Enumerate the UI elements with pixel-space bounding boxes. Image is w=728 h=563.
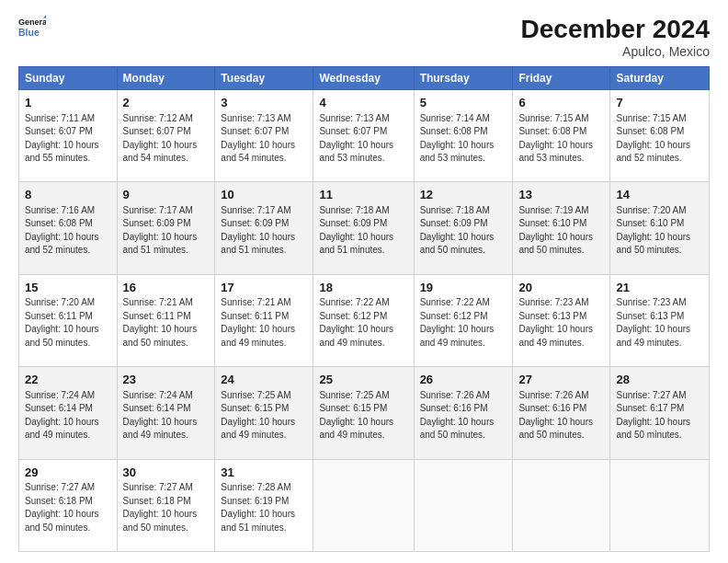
col-sunday: Sunday: [19, 67, 118, 90]
day-info: Sunrise: 7:12 AMSunset: 6:07 PMDaylight:…: [123, 113, 198, 164]
day-info: Sunrise: 7:15 AMSunset: 6:08 PMDaylight:…: [518, 113, 593, 164]
svg-text:General: General: [18, 17, 46, 27]
calendar-cell: 24Sunrise: 7:25 AMSunset: 6:15 PMDayligh…: [215, 367, 313, 459]
day-number: 30: [123, 465, 210, 481]
day-info: Sunrise: 7:14 AMSunset: 6:08 PMDaylight:…: [420, 113, 495, 164]
calendar-cell: [513, 459, 610, 551]
day-number: 19: [420, 280, 507, 296]
calendar-cell: 18Sunrise: 7:22 AMSunset: 6:12 PMDayligh…: [313, 274, 414, 366]
title-block: December 2024 Apulco, Mexico: [521, 15, 710, 59]
col-thursday: Thursday: [414, 67, 513, 90]
calendar-header-row: Sunday Monday Tuesday Wednesday Thursday…: [19, 67, 710, 90]
calendar-cell: 25Sunrise: 7:25 AMSunset: 6:15 PMDayligh…: [313, 367, 414, 459]
svg-marker-2: [43, 15, 46, 18]
day-info: Sunrise: 7:19 AMSunset: 6:10 PMDaylight:…: [518, 205, 593, 256]
calendar-cell: 30Sunrise: 7:27 AMSunset: 6:18 PMDayligh…: [117, 459, 215, 551]
day-number: 2: [123, 95, 210, 111]
col-saturday: Saturday: [610, 67, 710, 90]
calendar-cell: 13Sunrise: 7:19 AMSunset: 6:10 PMDayligh…: [513, 182, 610, 274]
calendar-cell: 31Sunrise: 7:28 AMSunset: 6:19 PMDayligh…: [215, 459, 313, 551]
day-number: 14: [616, 187, 703, 203]
day-number: 31: [221, 465, 307, 481]
calendar-cell: 27Sunrise: 7:26 AMSunset: 6:16 PMDayligh…: [513, 367, 610, 459]
calendar-cell: 11Sunrise: 7:18 AMSunset: 6:09 PMDayligh…: [313, 182, 414, 274]
day-number: 11: [319, 187, 407, 203]
calendar-cell: 3Sunrise: 7:13 AMSunset: 6:07 PMDaylight…: [215, 90, 313, 182]
day-info: Sunrise: 7:18 AMSunset: 6:09 PMDaylight:…: [420, 205, 495, 256]
header: General Blue December 2024 Apulco, Mexic…: [18, 15, 710, 59]
col-friday: Friday: [513, 67, 610, 90]
day-number: 24: [221, 372, 307, 388]
calendar-cell: 14Sunrise: 7:20 AMSunset: 6:10 PMDayligh…: [610, 182, 710, 274]
day-number: 22: [25, 372, 111, 388]
calendar-week-row: 29Sunrise: 7:27 AMSunset: 6:18 PMDayligh…: [19, 459, 710, 551]
day-info: Sunrise: 7:18 AMSunset: 6:09 PMDaylight:…: [319, 205, 393, 256]
day-info: Sunrise: 7:26 AMSunset: 6:16 PMDaylight:…: [518, 390, 593, 441]
day-number: 28: [616, 372, 703, 388]
page: General Blue December 2024 Apulco, Mexic…: [0, 0, 728, 563]
calendar-cell: 28Sunrise: 7:27 AMSunset: 6:17 PMDayligh…: [610, 367, 710, 459]
day-number: 9: [123, 187, 210, 203]
day-info: Sunrise: 7:24 AMSunset: 6:14 PMDaylight:…: [25, 390, 99, 441]
calendar-cell: 17Sunrise: 7:21 AMSunset: 6:11 PMDayligh…: [215, 274, 313, 366]
calendar-cell: 12Sunrise: 7:18 AMSunset: 6:09 PMDayligh…: [414, 182, 513, 274]
calendar-table: Sunday Monday Tuesday Wednesday Thursday…: [18, 66, 710, 552]
calendar-cell: 4Sunrise: 7:13 AMSunset: 6:07 PMDaylight…: [313, 90, 414, 182]
calendar-cell: [414, 459, 513, 551]
day-number: 26: [420, 372, 507, 388]
day-number: 13: [518, 187, 604, 203]
calendar-cell: 9Sunrise: 7:17 AMSunset: 6:09 PMDaylight…: [117, 182, 215, 274]
day-number: 1: [25, 95, 111, 111]
svg-text:Blue: Blue: [18, 27, 40, 38]
day-info: Sunrise: 7:24 AMSunset: 6:14 PMDaylight:…: [123, 390, 198, 441]
day-number: 4: [319, 95, 407, 111]
day-info: Sunrise: 7:23 AMSunset: 6:13 PMDaylight:…: [616, 297, 690, 348]
calendar-cell: 23Sunrise: 7:24 AMSunset: 6:14 PMDayligh…: [117, 367, 215, 459]
day-info: Sunrise: 7:25 AMSunset: 6:15 PMDaylight:…: [319, 390, 393, 441]
day-info: Sunrise: 7:27 AMSunset: 6:18 PMDaylight:…: [123, 482, 198, 533]
calendar-week-row: 1Sunrise: 7:11 AMSunset: 6:07 PMDaylight…: [19, 90, 710, 182]
col-monday: Monday: [117, 67, 215, 90]
day-info: Sunrise: 7:27 AMSunset: 6:18 PMDaylight:…: [25, 482, 99, 533]
subtitle: Apulco, Mexico: [521, 44, 710, 59]
logo-icon: General Blue: [18, 15, 46, 42]
day-info: Sunrise: 7:28 AMSunset: 6:19 PMDaylight:…: [221, 482, 295, 533]
calendar-cell: 1Sunrise: 7:11 AMSunset: 6:07 PMDaylight…: [19, 90, 118, 182]
day-number: 25: [319, 372, 407, 388]
day-info: Sunrise: 7:22 AMSunset: 6:12 PMDaylight:…: [420, 297, 495, 348]
day-info: Sunrise: 7:16 AMSunset: 6:08 PMDaylight:…: [25, 205, 99, 256]
calendar-week-row: 22Sunrise: 7:24 AMSunset: 6:14 PMDayligh…: [19, 367, 710, 459]
col-tuesday: Tuesday: [215, 67, 313, 90]
day-info: Sunrise: 7:27 AMSunset: 6:17 PMDaylight:…: [616, 390, 690, 441]
day-info: Sunrise: 7:20 AMSunset: 6:11 PMDaylight:…: [25, 297, 99, 348]
calendar-cell: 10Sunrise: 7:17 AMSunset: 6:09 PMDayligh…: [215, 182, 313, 274]
col-wednesday: Wednesday: [313, 67, 414, 90]
calendar-cell: 6Sunrise: 7:15 AMSunset: 6:08 PMDaylight…: [513, 90, 610, 182]
day-number: 12: [420, 187, 507, 203]
calendar-cell: 26Sunrise: 7:26 AMSunset: 6:16 PMDayligh…: [414, 367, 513, 459]
day-info: Sunrise: 7:25 AMSunset: 6:15 PMDaylight:…: [221, 390, 295, 441]
day-info: Sunrise: 7:21 AMSunset: 6:11 PMDaylight:…: [221, 297, 295, 348]
day-number: 27: [518, 372, 604, 388]
day-info: Sunrise: 7:13 AMSunset: 6:07 PMDaylight:…: [319, 113, 393, 164]
day-number: 5: [420, 95, 507, 111]
day-info: Sunrise: 7:22 AMSunset: 6:12 PMDaylight:…: [319, 297, 393, 348]
day-info: Sunrise: 7:21 AMSunset: 6:11 PMDaylight:…: [123, 297, 198, 348]
day-number: 17: [221, 280, 307, 296]
day-number: 23: [123, 372, 210, 388]
calendar-cell: [610, 459, 710, 551]
calendar-cell: 16Sunrise: 7:21 AMSunset: 6:11 PMDayligh…: [117, 274, 215, 366]
calendar-cell: [313, 459, 414, 551]
day-info: Sunrise: 7:11 AMSunset: 6:07 PMDaylight:…: [25, 113, 99, 164]
day-info: Sunrise: 7:20 AMSunset: 6:10 PMDaylight:…: [616, 205, 690, 256]
calendar-week-row: 8Sunrise: 7:16 AMSunset: 6:08 PMDaylight…: [19, 182, 710, 274]
day-number: 6: [518, 95, 604, 111]
day-number: 8: [25, 187, 111, 203]
day-number: 15: [25, 280, 111, 296]
day-number: 21: [616, 280, 703, 296]
day-info: Sunrise: 7:23 AMSunset: 6:13 PMDaylight:…: [518, 297, 593, 348]
calendar-cell: 29Sunrise: 7:27 AMSunset: 6:18 PMDayligh…: [19, 459, 118, 551]
calendar-cell: 19Sunrise: 7:22 AMSunset: 6:12 PMDayligh…: [414, 274, 513, 366]
day-number: 16: [123, 280, 210, 296]
calendar-week-row: 15Sunrise: 7:20 AMSunset: 6:11 PMDayligh…: [19, 274, 710, 366]
